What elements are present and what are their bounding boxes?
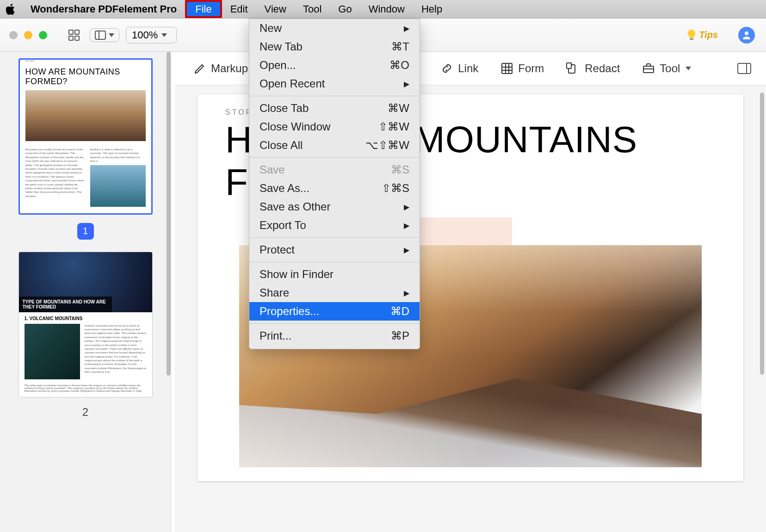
redact-tool[interactable]: Redact bbox=[566, 62, 620, 75]
right-panel-toggle[interactable] bbox=[735, 60, 753, 77]
apple-menu-icon[interactable] bbox=[0, 4, 22, 15]
menu-item-shortcut: ⌘S bbox=[391, 163, 409, 176]
lightbulb-icon bbox=[687, 29, 696, 41]
file-menu-item-print[interactable]: Print...⌘P bbox=[249, 327, 420, 345]
file-menu-item-open[interactable]: Open...⌘O bbox=[249, 56, 420, 74]
tips-button[interactable]: Tips bbox=[687, 29, 718, 41]
file-menu-item-save[interactable]: Save⌘S bbox=[249, 161, 420, 179]
svg-point-7 bbox=[745, 31, 748, 35]
file-menu-item-properties[interactable]: Properties...⌘D bbox=[249, 302, 420, 321]
pen-icon bbox=[193, 62, 206, 75]
svg-rect-8 bbox=[502, 63, 512, 74]
tool-menu[interactable]: Tool bbox=[642, 62, 691, 75]
app-name[interactable]: Wondershare PDFelement Pro bbox=[22, 3, 185, 15]
menu-item-label: New bbox=[259, 22, 282, 35]
toolbox-icon bbox=[642, 62, 655, 75]
submenu-arrow-icon: ▶ bbox=[404, 80, 409, 88]
form-label: Form bbox=[518, 62, 544, 75]
file-menu-item-close-tab[interactable]: Close Tab⌘W bbox=[249, 99, 420, 118]
menu-item-label: Protect bbox=[259, 243, 295, 256]
file-menu-item-share[interactable]: Share▶ bbox=[249, 284, 420, 302]
file-menu-item-close-all[interactable]: Close All⌥⇧⌘W bbox=[249, 136, 420, 155]
menu-item-label: Print... bbox=[259, 329, 291, 342]
panel-toggle-button[interactable] bbox=[90, 28, 119, 42]
link-tool[interactable]: Link bbox=[440, 62, 478, 75]
chevron-down-icon bbox=[686, 67, 691, 70]
menu-separator bbox=[249, 237, 420, 238]
menu-item-label: Share bbox=[259, 286, 289, 299]
grid-icon bbox=[500, 62, 513, 75]
fullscreen-window-button[interactable] bbox=[39, 31, 47, 39]
thumbnail-page-1[interactable]: STORY HOW ARE MOUNTAINS FORMED? Mountain… bbox=[19, 58, 153, 215]
file-menu-item-new[interactable]: New▶ bbox=[249, 19, 420, 37]
submenu-arrow-icon: ▶ bbox=[404, 221, 409, 230]
menu-help[interactable]: Help bbox=[413, 0, 451, 18]
redact-label: Redact bbox=[585, 62, 620, 75]
thumb2-subheading: 1. VOLCANIC MOUNTAINS bbox=[19, 312, 152, 322]
account-avatar[interactable] bbox=[738, 27, 755, 43]
thumb1-title: HOW ARE MOUNTAINS FORMED? bbox=[20, 62, 151, 88]
menu-edit[interactable]: Edit bbox=[222, 0, 256, 18]
file-menu-item-protect[interactable]: Protect▶ bbox=[249, 241, 420, 259]
zoom-selector[interactable]: 100% bbox=[126, 27, 177, 43]
thumbnail-grid-icon[interactable] bbox=[65, 26, 83, 44]
tips-label: Tips bbox=[699, 30, 718, 40]
thumb2-text: Volcanic mountains are formed as a resul… bbox=[85, 324, 147, 379]
tool-label: Tool bbox=[660, 62, 680, 75]
svg-rect-6 bbox=[690, 38, 693, 40]
file-menu-item-new-tab[interactable]: New Tab⌘T bbox=[249, 37, 420, 56]
file-menu-dropdown: New▶New Tab⌘TOpen...⌘OOpen Recent▶Close … bbox=[249, 19, 420, 349]
link-icon bbox=[440, 62, 453, 75]
menu-item-label: New Tab bbox=[259, 40, 303, 53]
menu-item-shortcut: ⌘D bbox=[390, 305, 409, 318]
close-window-button[interactable] bbox=[9, 31, 18, 39]
file-menu-item-save-as[interactable]: Save As...⇧⌘S bbox=[249, 179, 420, 198]
thumb2-caption: TYPE OF MOUNTAINS AND HOW ARE THEY FORME… bbox=[19, 297, 112, 312]
thumb2-footer-text: The other type of volcanic mountain is f… bbox=[19, 384, 152, 397]
submenu-arrow-icon: ▶ bbox=[404, 203, 409, 211]
menu-view[interactable]: View bbox=[256, 0, 295, 18]
thumb1-secondary-image bbox=[90, 165, 146, 207]
submenu-arrow-icon: ▶ bbox=[404, 289, 409, 297]
minimize-window-button[interactable] bbox=[24, 31, 32, 39]
menu-item-shortcut: ⌘W bbox=[388, 102, 409, 115]
thumbnail-page-2[interactable]: TYPE OF MOUNTAINS AND HOW ARE THEY FORME… bbox=[19, 252, 153, 397]
submenu-arrow-icon: ▶ bbox=[404, 246, 409, 254]
menu-item-shortcut: ⌥⇧⌘W bbox=[365, 139, 409, 152]
redact-icon bbox=[566, 62, 580, 75]
window-controls bbox=[0, 31, 47, 39]
file-menu-item-export-to[interactable]: Export To▶ bbox=[249, 216, 420, 235]
thumb1-text-right: landform is what is referred to as a mou… bbox=[90, 148, 146, 163]
thumb2-side-image bbox=[25, 324, 80, 379]
file-menu-item-close-window[interactable]: Close Window⇧⌘W bbox=[249, 118, 420, 136]
menu-item-label: Show in Finder bbox=[259, 268, 334, 281]
menu-separator bbox=[249, 262, 420, 262]
svg-rect-14 bbox=[567, 63, 571, 68]
sidebar-scrollbar[interactable] bbox=[167, 52, 171, 376]
menu-window[interactable]: Window bbox=[360, 0, 413, 18]
menu-item-shortcut: ⌘P bbox=[391, 329, 409, 342]
file-menu-item-save-as-other[interactable]: Save as Other▶ bbox=[249, 198, 420, 216]
markup-tool[interactable]: Markup bbox=[193, 62, 248, 75]
svg-rect-2 bbox=[69, 36, 73, 40]
thumbnail-sidebar: STORY HOW ARE MOUNTAINS FORMED? Mountain… bbox=[0, 52, 171, 532]
user-icon bbox=[741, 30, 752, 40]
chevron-down-icon bbox=[109, 33, 114, 37]
menu-file[interactable]: File bbox=[185, 0, 222, 18]
mac-menubar: Wondershare PDFelement Pro File Edit Vie… bbox=[0, 0, 766, 19]
form-tool[interactable]: Form bbox=[500, 62, 544, 75]
file-menu-item-open-recent[interactable]: Open Recent▶ bbox=[249, 74, 420, 93]
zoom-value: 100% bbox=[132, 29, 158, 41]
menu-separator bbox=[249, 157, 420, 158]
menu-tool[interactable]: Tool bbox=[295, 0, 330, 18]
svg-rect-1 bbox=[75, 30, 79, 34]
menu-item-shortcut: ⇧⌘S bbox=[382, 182, 409, 195]
canvas-scrollbar[interactable] bbox=[760, 93, 764, 375]
link-label: Link bbox=[458, 62, 478, 75]
menu-separator bbox=[249, 323, 420, 324]
file-menu-item-show-in-finder[interactable]: Show in Finder bbox=[249, 265, 420, 284]
page-badge-1: 1 bbox=[77, 223, 94, 240]
menu-go[interactable]: Go bbox=[330, 0, 360, 18]
menu-item-label: Open Recent bbox=[259, 77, 325, 90]
submenu-arrow-icon: ▶ bbox=[404, 24, 409, 33]
